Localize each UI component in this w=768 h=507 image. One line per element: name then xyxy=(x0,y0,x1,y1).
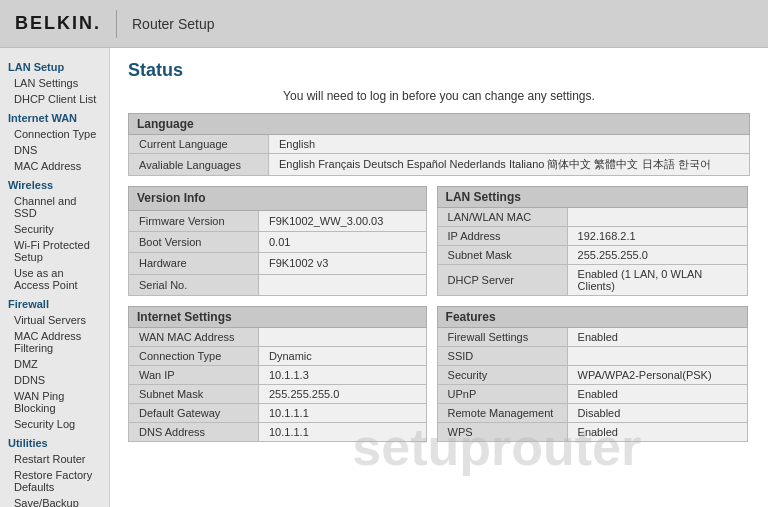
sidebar-item-lan-settings[interactable]: LAN Settings xyxy=(0,75,109,91)
top-tables: Version Info Firmware Version F9K1002_WW… xyxy=(128,186,750,296)
sidebar-item-virtual-servers[interactable]: Virtual Servers xyxy=(0,312,109,328)
serial-value xyxy=(259,274,427,295)
conn-type-value: Dynamic xyxy=(259,347,427,366)
sidebar-item-dmz[interactable]: DMZ xyxy=(0,356,109,372)
sidebar-item-connection-type[interactable]: Connection Type xyxy=(0,126,109,142)
bottom-tables: Internet Settings WAN MAC Address Connec… xyxy=(128,306,750,442)
table-row: Firmware Version F9K1002_WW_3.00.03 xyxy=(129,210,427,231)
upnp-label: UPnP xyxy=(437,385,567,404)
sidebar-section-firewall: Firewall xyxy=(0,293,109,312)
boot-value: 0.01 xyxy=(259,231,427,252)
header-title: Router Setup xyxy=(132,16,215,32)
remote-mgmt-label: Remote Management xyxy=(437,404,567,423)
table-row: Security WPA/WPA2-Personal(PSK) xyxy=(437,366,747,385)
sidebar-item-dns[interactable]: DNS xyxy=(0,142,109,158)
table-row: DNS Address 10.1.1.1 xyxy=(129,423,427,442)
dns-address-label: DNS Address xyxy=(129,423,259,442)
firmware-value: F9K1002_WW_3.00.03 xyxy=(259,210,427,231)
dhcp-server-value: Enabled (1 LAN, 0 WLAN Clients) xyxy=(567,265,747,296)
table-row: Serial No. xyxy=(129,274,427,295)
sidebar-item-save-backup[interactable]: Save/Backup Settings xyxy=(0,495,109,507)
lan-wlan-mac-label: LAN/WLAN MAC xyxy=(437,208,567,227)
lang-current-label: Current Language xyxy=(129,135,269,154)
sidebar-item-wan-ping[interactable]: WAN Ping Blocking xyxy=(0,388,109,416)
sidebar-item-wifi-protected-setup[interactable]: Wi-Fi Protected Setup xyxy=(0,237,109,265)
sidebar-item-restart-router[interactable]: Restart Router xyxy=(0,451,109,467)
conn-type-label: Connection Type xyxy=(129,347,259,366)
ip-address-label: IP Address xyxy=(437,227,567,246)
subnet-mask-lan-value: 255.255.255.0 xyxy=(567,246,747,265)
dns-address-value: 10.1.1.1 xyxy=(259,423,427,442)
wan-ip-value: 10.1.1.3 xyxy=(259,366,427,385)
sidebar-item-access-point[interactable]: Use as an Access Point xyxy=(0,265,109,293)
sidebar-item-security-log[interactable]: Security Log xyxy=(0,416,109,432)
wps-label: WPS xyxy=(437,423,567,442)
sidebar-item-ddns[interactable]: DDNS xyxy=(0,372,109,388)
header-divider xyxy=(116,10,117,38)
serial-label: Serial No. xyxy=(129,274,259,295)
table-row: Firewall Settings Enabled xyxy=(437,328,747,347)
sidebar-section-internet-wan: Internet WAN xyxy=(0,107,109,126)
table-row: Boot Version 0.01 xyxy=(129,231,427,252)
wan-mac-label: WAN MAC Address xyxy=(129,328,259,347)
sidebar-item-restore-factory[interactable]: Restore Factory Defaults xyxy=(0,467,109,495)
sidebar-item-mac-address[interactable]: MAC Address xyxy=(0,158,109,174)
version-info-table: Version Info Firmware Version F9K1002_WW… xyxy=(128,186,427,296)
internet-settings-header: Internet Settings xyxy=(129,307,427,328)
subnet-mask-lan-label: Subnet Mask xyxy=(437,246,567,265)
lan-settings-header: LAN Settings xyxy=(437,187,747,208)
table-row: Subnet Mask 255.255.255.0 xyxy=(129,385,427,404)
upnp-value: Enabled xyxy=(567,385,747,404)
lan-wlan-mac-value xyxy=(567,208,747,227)
remote-mgmt-value: Disabled xyxy=(567,404,747,423)
table-row: Current Language English xyxy=(129,135,750,154)
header: BELKIN. Router Setup xyxy=(0,0,768,48)
version-info-header: Version Info xyxy=(129,187,427,211)
sidebar-item-mac-filtering[interactable]: MAC Address Filtering xyxy=(0,328,109,356)
dhcp-server-label: DHCP Server xyxy=(437,265,567,296)
language-header: Language xyxy=(129,114,750,135)
sidebar-item-security[interactable]: Security xyxy=(0,221,109,237)
wan-ip-label: Wan IP xyxy=(129,366,259,385)
layout: LAN Setup LAN Settings DHCP Client List … xyxy=(0,48,768,507)
internet-settings-table: Internet Settings WAN MAC Address Connec… xyxy=(128,306,427,442)
table-row: Subnet Mask 255.255.255.0 xyxy=(437,246,747,265)
features-security-label: Security xyxy=(437,366,567,385)
sidebar-section-wireless: Wireless xyxy=(0,174,109,193)
hardware-value: F9K1002 v3 xyxy=(259,253,427,274)
lang-current-value: English xyxy=(269,135,750,154)
features-header: Features xyxy=(437,307,747,328)
hardware-label: Hardware xyxy=(129,253,259,274)
firewall-settings-label: Firewall Settings xyxy=(437,328,567,347)
table-row: Default Gateway 10.1.1.1 xyxy=(129,404,427,423)
boot-label: Boot Version xyxy=(129,231,259,252)
table-row: DHCP Server Enabled (1 LAN, 0 WLAN Clien… xyxy=(437,265,747,296)
logo: BELKIN. xyxy=(15,13,101,34)
sidebar: LAN Setup LAN Settings DHCP Client List … xyxy=(0,48,110,507)
default-gateway-label: Default Gateway xyxy=(129,404,259,423)
ip-address-value: 192.168.2.1 xyxy=(567,227,747,246)
lang-available-value: English Français Deutsch Español Nederla… xyxy=(269,154,750,176)
page-title: Status xyxy=(128,60,750,81)
firewall-settings-value: Enabled xyxy=(567,328,747,347)
sidebar-item-dhcp-client-list[interactable]: DHCP Client List xyxy=(0,91,109,107)
table-row: WPS Enabled xyxy=(437,423,747,442)
subnet-mask-wan-value: 255.255.255.0 xyxy=(259,385,427,404)
table-row: Remote Management Disabled xyxy=(437,404,747,423)
firmware-label: Firmware Version xyxy=(129,210,259,231)
features-security-value: WPA/WPA2-Personal(PSK) xyxy=(567,366,747,385)
wan-mac-value xyxy=(259,328,427,347)
subnet-mask-wan-label: Subnet Mask xyxy=(129,385,259,404)
lan-settings-table: LAN Settings LAN/WLAN MAC IP Address 192… xyxy=(437,186,748,296)
table-row: Connection Type Dynamic xyxy=(129,347,427,366)
login-notice: You will need to log in before you can c… xyxy=(128,89,750,103)
default-gateway-value: 10.1.1.1 xyxy=(259,404,427,423)
table-row: Wan IP 10.1.1.3 xyxy=(129,366,427,385)
lang-available-label: Avaliable Languages xyxy=(129,154,269,176)
wps-value: Enabled xyxy=(567,423,747,442)
sidebar-item-channel-ssd[interactable]: Channel and SSD xyxy=(0,193,109,221)
table-row: IP Address 192.168.2.1 xyxy=(437,227,747,246)
sidebar-section-lan-setup: LAN Setup xyxy=(0,56,109,75)
ssid-value xyxy=(567,347,747,366)
table-row: WAN MAC Address xyxy=(129,328,427,347)
